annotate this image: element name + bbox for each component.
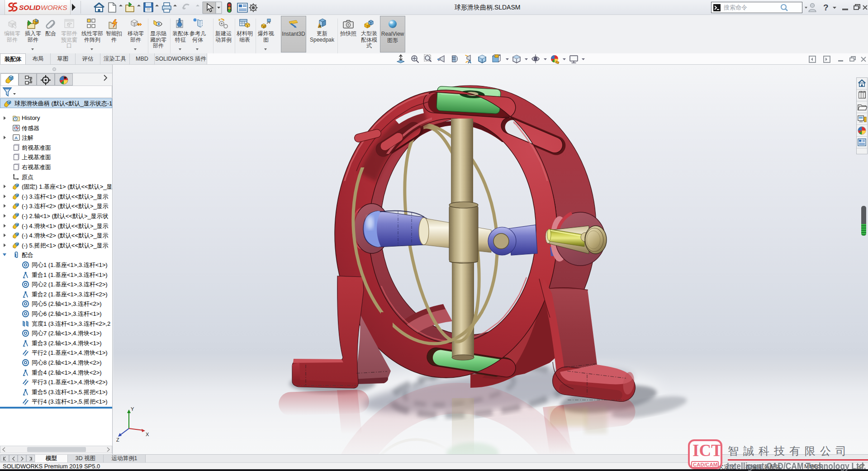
svg-text:WORKS: WORKS bbox=[41, 4, 67, 11]
svg-text:Y: Y bbox=[131, 406, 134, 412]
svg-text:Z: Z bbox=[116, 437, 119, 442]
svg-text:?: ? bbox=[823, 3, 829, 12]
svg-text:A: A bbox=[318, 24, 322, 29]
svg-text:SOLID: SOLID bbox=[19, 4, 40, 11]
svg-text:X: X bbox=[146, 432, 149, 437]
svg-text:A: A bbox=[468, 59, 471, 64]
